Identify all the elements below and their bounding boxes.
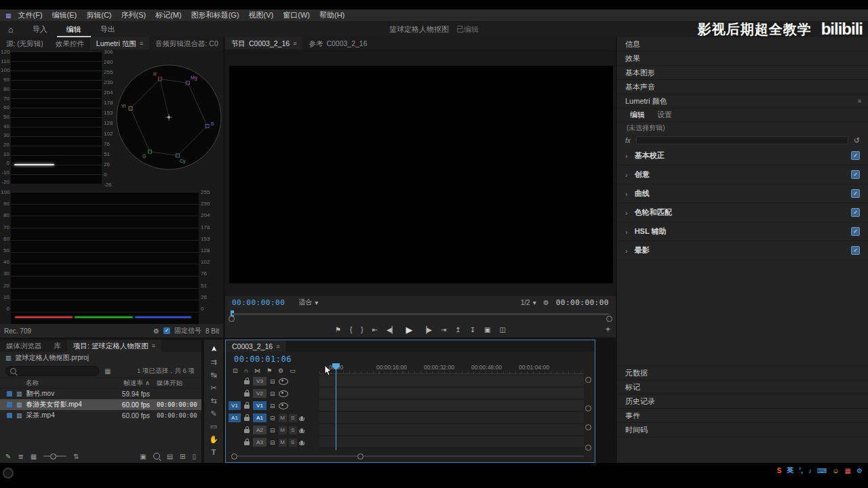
rectangle-tool[interactable]: ▭ xyxy=(210,422,217,430)
track-height-handle[interactable] xyxy=(585,445,591,451)
mark-in-icon[interactable]: { xyxy=(350,326,352,333)
screen-record-button[interactable] xyxy=(3,468,14,479)
timeline-ruler[interactable]: 00:0000:00:16:0000:00:32:0000:00:48:0000… xyxy=(319,361,584,374)
track-select-tool[interactable]: ⇉ xyxy=(210,358,216,366)
voiceover-record-icon[interactable] xyxy=(300,428,303,432)
track-lane[interactable] xyxy=(319,436,584,448)
track-target-button[interactable]: A3 xyxy=(253,438,267,447)
section-enable-checkbox[interactable]: ✓ xyxy=(851,170,860,179)
project-row[interactable]: ▥ 翻书.mov 59.94 fps xyxy=(0,388,201,399)
track-target-button[interactable]: V2 xyxy=(253,389,267,398)
collapsed-panel-tab[interactable]: 元数据 xyxy=(617,366,868,380)
track-lane[interactable] xyxy=(319,412,584,424)
tab-media-browser[interactable]: 媒体浏览器 xyxy=(0,340,48,352)
menu-item[interactable]: 编辑(E) xyxy=(47,10,82,20)
go-to-in-icon[interactable]: ⇤ xyxy=(372,326,378,333)
menu-item[interactable]: 文件(F) xyxy=(14,10,47,20)
lift-icon[interactable]: ↥ xyxy=(455,326,460,333)
delete-icon[interactable]: ▯ xyxy=(192,453,196,460)
panel-menu-icon[interactable]: ≡ xyxy=(858,98,861,104)
solo-button[interactable]: S xyxy=(289,439,297,447)
track-lane[interactable] xyxy=(319,400,584,411)
tab-source-monitor[interactable]: 源: (无剪辑) xyxy=(0,37,50,49)
menu-item[interactable]: 标记(M) xyxy=(151,10,186,20)
playback-resolution-dropdown[interactable]: 1/2 ▾ xyxy=(521,299,536,306)
ime-punct-icon[interactable]: ’, xyxy=(799,467,803,474)
scrubber-track[interactable] xyxy=(232,313,609,315)
type-tool[interactable]: T xyxy=(212,448,216,456)
writable-toggle-icon[interactable]: ✎ xyxy=(5,453,11,460)
lock-icon[interactable] xyxy=(244,441,250,445)
section-enable-checkbox[interactable]: ✓ xyxy=(851,227,860,236)
project-row-selected[interactable]: ▥ 春游美女背影.mp4 60.00 fps 00:00:00:00 xyxy=(0,399,201,410)
timeline-settings-icon[interactable]: ⚙ xyxy=(278,367,283,374)
new-bin-icon[interactable]: ▤ xyxy=(167,453,173,460)
section-enable-checkbox[interactable]: ✓ xyxy=(851,246,860,255)
column-header-name[interactable]: 名称 xyxy=(0,379,109,388)
workspace-tab-import[interactable]: 导入 xyxy=(23,21,57,37)
mute-button[interactable]: M xyxy=(279,439,287,447)
ime-skin-icon[interactable]: ▦ xyxy=(845,467,851,474)
menu-item[interactable]: 帮助(H) xyxy=(315,10,349,20)
panel-menu-icon[interactable]: ≡ xyxy=(140,37,143,49)
workspace-tab-edit[interactable]: 编辑 xyxy=(57,21,91,37)
ime-lang-icon[interactable]: 英 xyxy=(787,466,793,475)
project-row[interactable]: ▥ 采茶.mp4 60.00 fps 00:00:00:00 xyxy=(0,410,201,421)
sync-lock-icon[interactable]: ⊟ xyxy=(270,427,275,434)
button-editor-icon[interactable]: + xyxy=(606,325,610,334)
track-height-handle[interactable] xyxy=(585,424,591,430)
lumetri-section-basic-correction[interactable]: › 基本校正 ✓ xyxy=(617,146,868,165)
lumetri-section-hsl-secondary[interactable]: › HSL 辅助 ✓ xyxy=(617,222,868,241)
menu-item[interactable]: 剪辑(C) xyxy=(81,10,116,20)
export-frame-icon[interactable]: ▣ xyxy=(484,326,490,333)
sync-lock-icon[interactable]: ⊟ xyxy=(270,390,275,397)
track-lane[interactable] xyxy=(319,388,584,399)
lock-icon[interactable] xyxy=(244,405,250,409)
tab-project[interactable]: 项目: 篮球定格人物抠图 ≡ xyxy=(67,340,161,352)
lock-icon[interactable] xyxy=(244,380,250,384)
tab-effect-controls[interactable]: 效果控件 xyxy=(50,37,90,49)
menu-item[interactable]: 图形和标题(G) xyxy=(186,10,244,20)
snap-icon[interactable]: ∩ xyxy=(244,367,248,374)
ime-voice-icon[interactable]: ♪ xyxy=(808,467,812,474)
tab-reference-monitor[interactable]: 参考 C0003_2_16 xyxy=(302,37,373,49)
section-enable-checkbox[interactable]: ✓ xyxy=(851,189,860,198)
lock-icon[interactable] xyxy=(244,429,250,433)
track-visibility-icon[interactable] xyxy=(279,378,288,385)
source-patch-slot[interactable] xyxy=(229,438,241,447)
new-item-icon[interactable]: ⊞ xyxy=(180,453,185,460)
program-scrubber[interactable] xyxy=(225,310,616,321)
timeline-zoom-scrollbar[interactable] xyxy=(231,453,584,459)
compare-view-icon[interactable]: ◫ xyxy=(500,326,506,333)
list-view-icon[interactable]: ≣ xyxy=(18,453,23,460)
panel-menu-icon[interactable]: ≡ xyxy=(152,340,155,352)
zoom-scrollbar-track[interactable] xyxy=(231,455,584,457)
track-height-handle[interactable] xyxy=(585,377,591,383)
lock-icon[interactable] xyxy=(244,392,250,396)
sort-icon[interactable]: ⇅ xyxy=(73,453,79,460)
voiceover-record-icon[interactable] xyxy=(300,416,303,420)
column-header-framerate[interactable]: 帧速率 ∧ xyxy=(109,379,150,388)
lock-icon[interactable] xyxy=(244,417,250,421)
go-to-out-icon[interactable]: ⇥ xyxy=(441,326,446,333)
tab-program-monitor[interactable]: 节目 C0003_2_16 ≡ xyxy=(225,37,302,49)
project-bin-breadcrumb[interactable]: ▥ 篮球定格人物抠图.prproj xyxy=(0,352,201,364)
section-enable-checkbox[interactable]: ✓ xyxy=(851,208,860,217)
section-enable-checkbox[interactable]: ✓ xyxy=(851,151,860,160)
step-forward-icon[interactable]: ▕▶ xyxy=(421,326,431,333)
scopes-settings-icon[interactable]: ⚙ xyxy=(153,327,159,335)
clip-color-label[interactable] xyxy=(7,391,12,396)
captions-icon[interactable]: ▭ xyxy=(290,367,296,374)
timeline-timecode[interactable]: 00:00:01:06 xyxy=(234,354,292,364)
collapsed-panel-tab[interactable]: 事件 xyxy=(617,409,868,423)
sogou-logo-icon[interactable]: S xyxy=(777,467,782,474)
automate-to-sequence-icon[interactable]: ▣ xyxy=(140,453,146,460)
search-input[interactable] xyxy=(5,366,99,376)
track-target-button[interactable]: V1 xyxy=(253,401,267,410)
track-target-button[interactable]: A1 xyxy=(253,413,267,422)
panel-menu-icon[interactable]: ≡ xyxy=(293,37,296,49)
tab-libraries[interactable]: 库 xyxy=(48,340,68,352)
home-icon[interactable]: ⌂ xyxy=(0,24,23,35)
ime-toolbox-icon[interactable]: ⚙ xyxy=(856,467,863,474)
collapsed-panel-tab[interactable]: 基本声音 xyxy=(617,80,868,94)
